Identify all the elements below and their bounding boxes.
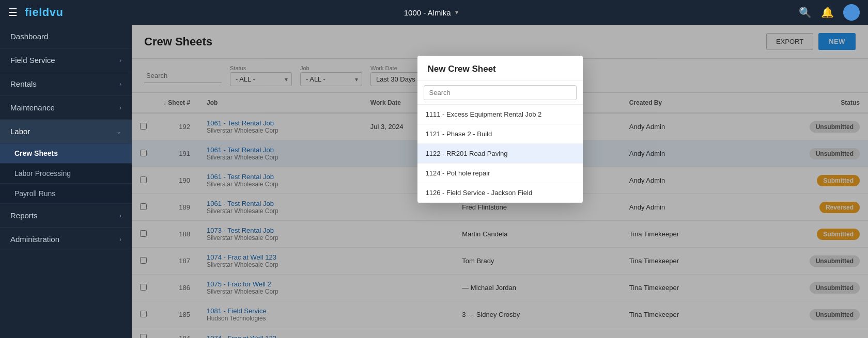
sidebar-item-maintenance[interactable]: Maintenance › (0, 96, 132, 120)
hamburger-icon[interactable]: ☰ (8, 6, 18, 19)
sidebar-item-dashboard[interactable]: Dashboard (0, 25, 132, 49)
topnav-right: 🔍 🔔 (799, 4, 860, 21)
sidebar-labor-submenu: Crew Sheets Labor Processing Payroll Run… (0, 143, 132, 204)
modal-search-wrap (417, 81, 583, 105)
avatar[interactable] (843, 4, 860, 21)
modal-list-item[interactable]: 1124 - Pot hole repair (417, 164, 583, 183)
company-chevron-icon[interactable]: ▾ (455, 9, 458, 16)
layout: Dashboard Field Service › Rentals › Main… (0, 25, 868, 338)
sidebar-maintenance-label: Maintenance (10, 103, 119, 112)
sidebar-dashboard-label: Dashboard (10, 32, 121, 41)
modal-search-input[interactable] (424, 85, 577, 100)
topnav-center: 1000 - Almika ▾ (63, 8, 799, 17)
modal-list-item[interactable]: 1111 - Excess Equipment Rental Job 2 (417, 105, 583, 124)
sidebar-item-administration[interactable]: Administration › (0, 228, 132, 251)
sidebar-labor-label: Labor (10, 127, 116, 136)
sidebar-item-payroll-runs[interactable]: Payroll Runs (0, 184, 132, 204)
administration-chevron-icon: › (119, 236, 121, 243)
main-content: Crew Sheets EXPORT NEW Status - ALL - Jo… (132, 25, 868, 338)
modal-overlay[interactable]: New Crew Sheet 1111 - Excess Equipment R… (132, 25, 868, 338)
sidebar-item-crew-sheets[interactable]: Crew Sheets (0, 143, 132, 164)
modal-list-item[interactable]: 1122 - RR201 Road Paving (417, 144, 583, 164)
sidebar-administration-label: Administration (10, 235, 119, 244)
company-name: 1000 - Almika (404, 8, 451, 17)
sidebar-item-labor[interactable]: Labor ⌄ (0, 120, 132, 143)
modal-list: 1111 - Excess Equipment Rental Job 21121… (417, 105, 583, 203)
modal-list-item[interactable]: 1126 - Field Service - Jackson Field (417, 183, 583, 203)
sidebar-field-service-label: Field Service (10, 56, 119, 65)
sidebar-item-labor-processing[interactable]: Labor Processing (0, 164, 132, 184)
sidebar-item-reports[interactable]: Reports › (0, 204, 132, 228)
app-logo: fieldvu (25, 6, 63, 19)
bell-icon[interactable]: 🔔 (821, 6, 834, 19)
field-service-chevron-icon: › (119, 57, 121, 64)
modal-scroll: 1111 - Excess Equipment Rental Job 21121… (417, 81, 583, 203)
maintenance-chevron-icon: › (119, 104, 121, 111)
modal-title: New Crew Sheet (417, 56, 583, 81)
labor-chevron-icon: ⌄ (116, 128, 121, 135)
rentals-chevron-icon: › (119, 81, 121, 88)
search-icon[interactable]: 🔍 (799, 6, 812, 19)
modal-list-item[interactable]: 1121 - Phase 2 - Build (417, 124, 583, 144)
sidebar: Dashboard Field Service › Rentals › Main… (0, 25, 132, 338)
reports-chevron-icon: › (119, 212, 121, 219)
new-crew-sheet-modal: New Crew Sheet 1111 - Excess Equipment R… (417, 56, 583, 203)
sidebar-item-field-service[interactable]: Field Service › (0, 49, 132, 72)
sidebar-reports-label: Reports (10, 211, 119, 220)
sidebar-item-rentals[interactable]: Rentals › (0, 72, 132, 96)
sidebar-rentals-label: Rentals (10, 79, 119, 88)
topnav: ☰ fieldvu 1000 - Almika ▾ 🔍 🔔 (0, 0, 868, 25)
